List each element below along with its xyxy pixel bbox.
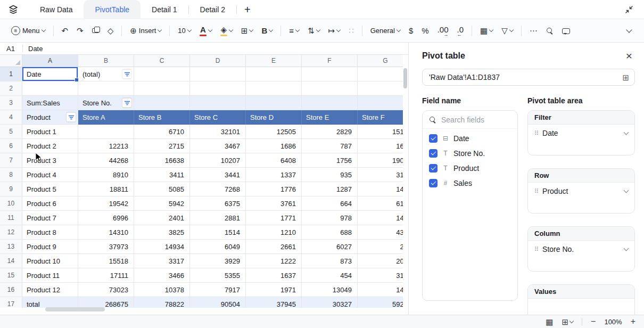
- filter-icon[interactable]: [67, 113, 76, 122]
- cell-G7[interactable]: 1908: [358, 153, 403, 168]
- cell-A8[interactable]: Product 4: [22, 168, 78, 182]
- cell-C8[interactable]: 3411: [134, 168, 190, 182]
- row-header-2[interactable]: 2: [0, 81, 22, 96]
- cell-D5[interactable]: 32101: [190, 125, 246, 139]
- area-item-store-no-[interactable]: ⠿Store No.: [528, 241, 634, 258]
- cell-F5[interactable]: 2829: [302, 125, 358, 139]
- source-range-input[interactable]: 'Raw Data'!A1:D1837 ⊞: [422, 69, 635, 86]
- cell-C7[interactable]: 16638: [134, 153, 190, 168]
- cell-A11[interactable]: Product 7: [22, 211, 78, 225]
- cell-B9[interactable]: 18811: [78, 182, 134, 196]
- insert-button[interactable]: ⊕Insert: [126, 23, 165, 39]
- cell-D7[interactable]: 10207: [190, 153, 246, 168]
- cell-B2[interactable]: [78, 81, 134, 96]
- cell-C1[interactable]: [134, 67, 190, 81]
- number-format-dropdown[interactable]: General: [367, 23, 404, 39]
- comment-button[interactable]: [558, 23, 574, 39]
- column-header-B[interactable]: B: [78, 55, 134, 67]
- vertical-align-button[interactable]: ⇅: [304, 23, 324, 39]
- add-sheet-button[interactable]: +: [237, 0, 258, 19]
- cell-F11[interactable]: 978: [302, 211, 358, 225]
- cell-G17[interactable]: 5920: [358, 297, 403, 308]
- conditional-format-button[interactable]: ▦: [476, 23, 497, 39]
- drag-handle-icon[interactable]: ⠿: [534, 188, 539, 194]
- row-header-6[interactable]: 6: [0, 139, 22, 153]
- cell-F16[interactable]: 13049: [302, 283, 358, 297]
- cell-B1[interactable]: (total): [78, 67, 134, 81]
- cell-C13[interactable]: 14934: [134, 240, 190, 254]
- search-fields-input[interactable]: Search fields: [423, 111, 517, 129]
- cell-E6[interactable]: 1686: [246, 139, 302, 153]
- tab-raw-data[interactable]: Raw Data: [29, 0, 84, 19]
- cell-A3[interactable]: Sum:Sales: [22, 96, 78, 110]
- cell-E1[interactable]: [246, 67, 302, 81]
- zoom-out-button[interactable]: −: [591, 317, 596, 326]
- filter-icon[interactable]: [122, 99, 131, 108]
- more-options-button[interactable]: ⋯: [526, 23, 541, 39]
- cell-C3[interactable]: [134, 96, 190, 110]
- cell-A16[interactable]: Product 12: [22, 283, 78, 297]
- row-header-16[interactable]: 16: [0, 283, 22, 297]
- column-header-F[interactable]: F: [302, 55, 358, 67]
- currency-format-button[interactable]: $: [405, 23, 417, 39]
- row-header-15[interactable]: 15: [0, 268, 22, 283]
- cell-B16[interactable]: 73023: [78, 283, 134, 297]
- close-panel-icon[interactable]: ×: [625, 51, 633, 61]
- cell-A14[interactable]: Product 10: [22, 254, 78, 268]
- cell-A17[interactable]: total: [22, 297, 78, 308]
- checkbox-checked[interactable]: [429, 134, 437, 143]
- cell-B10[interactable]: 19542: [78, 196, 134, 211]
- cell-A5[interactable]: Product 1: [22, 125, 78, 139]
- find-replace-button[interactable]: [542, 23, 557, 39]
- cell-B7[interactable]: 44268: [78, 153, 134, 168]
- cell-G13[interactable]: 21: [358, 240, 403, 254]
- cell-E2[interactable]: [246, 81, 302, 96]
- cell-F3[interactable]: [302, 96, 358, 110]
- cell-G15[interactable]: 314: [358, 268, 403, 283]
- cell-D16[interactable]: 7917: [190, 283, 246, 297]
- cell-F13[interactable]: 6027: [302, 240, 358, 254]
- cell-E5[interactable]: 12505: [246, 125, 302, 139]
- cell-B17[interactable]: 268675: [78, 297, 134, 308]
- select-range-icon[interactable]: ⊞: [622, 73, 629, 81]
- menu-button[interactable]: ≡Menu: [7, 23, 49, 39]
- cell-B4[interactable]: Store A: [78, 110, 134, 125]
- cell-A1[interactable]: Date: [22, 67, 78, 81]
- row-header-13[interactable]: 13: [0, 240, 22, 254]
- cell-C15[interactable]: 3466: [134, 268, 190, 283]
- row-header-1[interactable]: 1: [0, 67, 22, 81]
- cell-G2[interactable]: [358, 81, 403, 96]
- cell-D14[interactable]: 3929: [190, 254, 246, 268]
- checkbox-checked[interactable]: [429, 149, 437, 158]
- column-header-G[interactable]: G: [358, 55, 403, 67]
- zoom-in-button[interactable]: +: [631, 317, 635, 326]
- cell-G16[interactable]: 143: [358, 283, 403, 297]
- cell-C16[interactable]: 10378: [134, 283, 190, 297]
- cell-B13[interactable]: 37973: [78, 240, 134, 254]
- filter-button[interactable]: ▽: [498, 23, 517, 39]
- area-item-date[interactable]: ⠿Date: [528, 125, 634, 142]
- horizontal-align-button[interactable]: ≡: [285, 23, 303, 39]
- cell-C12[interactable]: 3825: [134, 225, 190, 240]
- cell-E7[interactable]: 6408: [246, 153, 302, 168]
- cell-C10[interactable]: 5942: [134, 196, 190, 211]
- cell-F8[interactable]: 935: [302, 168, 358, 182]
- bold-button[interactable]: B: [258, 23, 276, 39]
- cell-E3[interactable]: [246, 96, 302, 110]
- row-header-8[interactable]: 8: [0, 168, 22, 182]
- checkbox-checked[interactable]: [429, 179, 437, 187]
- cell-B3[interactable]: Store No.: [78, 96, 134, 110]
- cell-E9[interactable]: 1776: [246, 182, 302, 196]
- cell-E11[interactable]: 1771: [246, 211, 302, 225]
- cell-A9[interactable]: Product 5: [22, 182, 78, 196]
- cell-F17[interactable]: 30327: [302, 297, 358, 308]
- column-header-A[interactable]: A: [22, 55, 78, 67]
- cell-E12[interactable]: 1210: [246, 225, 302, 240]
- cell-A7[interactable]: Product 3: [22, 153, 78, 168]
- cell-G10[interactable]: 612: [358, 196, 403, 211]
- cell-E17[interactable]: 37945: [246, 297, 302, 308]
- cell-C4[interactable]: Store B: [134, 110, 190, 125]
- chevron-down-icon[interactable]: [624, 130, 629, 135]
- drag-handle-icon[interactable]: ⠿: [534, 247, 539, 252]
- row-header-17[interactable]: 17: [0, 297, 22, 308]
